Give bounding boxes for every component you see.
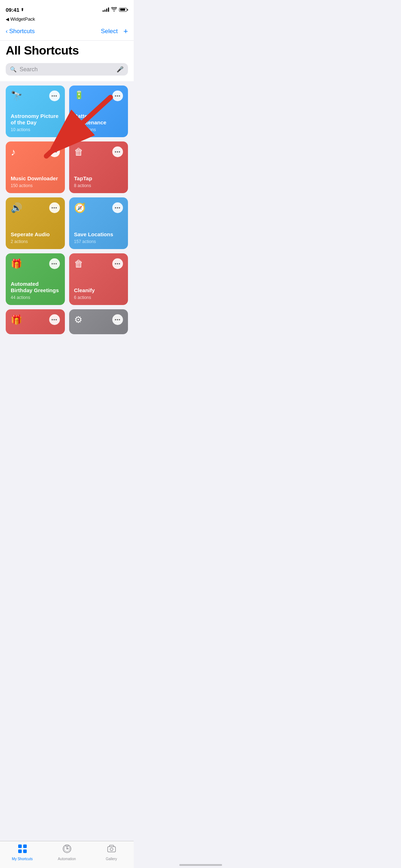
more-dots-icon: •••	[115, 93, 121, 99]
shortcut-card-icon: 🔊	[11, 202, 22, 213]
time-display: 09:41	[6, 7, 19, 13]
shortcut-name: Save Locations	[74, 231, 123, 238]
shortcut-actions-count: 157 actions	[74, 239, 123, 244]
shortcut-actions-count: 150 actions	[11, 183, 60, 188]
card-top: 🗑 •••	[74, 146, 123, 157]
shortcut-name: Astronomy Picture of the Day	[11, 113, 60, 126]
card-bottom: Seperate Audio 2 actions	[11, 231, 60, 244]
search-bar[interactable]: 🔍 Search 🎤	[6, 63, 128, 76]
more-options-button[interactable]: •••	[49, 146, 60, 157]
shortcut-card-icon: 🗑	[74, 146, 83, 157]
more-options-button[interactable]: •••	[112, 314, 123, 325]
more-dots-icon: •••	[51, 261, 57, 267]
card-bottom: Astronomy Picture of the Day 10 actions	[11, 113, 60, 132]
shortcut-card-cleanify[interactable]: 🗑 ••• Cleanify 6 actions	[69, 253, 128, 305]
microphone-icon[interactable]: 🎤	[117, 66, 124, 73]
card-bottom: TapTap 8 actions	[74, 175, 123, 188]
card-top: 🧭 •••	[74, 202, 123, 213]
shortcuts-grid: 🔭 ••• Astronomy Picture of the Day 10 ac…	[0, 81, 134, 339]
signal-bars-icon	[103, 7, 109, 12]
search-input[interactable]: Search	[20, 66, 114, 73]
shortcut-actions-count: 555 actions	[74, 127, 123, 132]
shortcut-card-icon: 🔋	[74, 91, 84, 100]
back-chevron-icon: ‹	[6, 28, 8, 35]
shortcut-card-icon: 🎁	[11, 314, 22, 325]
back-button[interactable]: ‹ Shortcuts	[6, 28, 35, 35]
shortcut-card-icon: 🗑	[74, 258, 83, 269]
shortcut-card-music[interactable]: ♪ ••• Music Downloader 150 actions	[6, 141, 65, 193]
shortcut-card-icon: 🔭	[11, 91, 22, 102]
more-dots-icon: •••	[115, 317, 121, 322]
wifi-icon	[111, 7, 117, 12]
more-dots-icon: •••	[51, 205, 57, 211]
carrier-name: WidgetPack	[10, 16, 35, 22]
page-title: All Shortcuts	[6, 43, 128, 57]
search-container: 🔍 Search 🎤	[0, 62, 134, 81]
back-carrier-chevron: ◀	[6, 17, 9, 22]
shortcut-name: TapTap	[74, 175, 123, 182]
shortcut-actions-count: 6 actions	[74, 295, 123, 300]
shortcut-card-icon: ⚙	[74, 314, 82, 325]
shortcut-name: Music Downloader	[11, 175, 60, 182]
more-dots-icon: •••	[115, 149, 121, 155]
card-top: ♪ •••	[11, 146, 60, 158]
battery-icon	[119, 8, 128, 12]
card-bottom: Save Locations 157 actions	[74, 231, 123, 244]
shortcut-card-locations[interactable]: 🧭 ••• Save Locations 157 actions	[69, 197, 128, 249]
shortcut-actions-count: 10 actions	[11, 127, 60, 132]
more-dots-icon: •••	[51, 149, 57, 155]
more-options-button[interactable]: •••	[49, 91, 60, 101]
card-top: ⚙ •••	[74, 314, 123, 325]
card-bottom: Music Downloader 150 actions	[11, 175, 60, 188]
shortcut-name: Seperate Audio	[11, 231, 60, 238]
status-bar: 09:41 ⬆	[0, 0, 134, 16]
shortcut-card-battery[interactable]: 🔋 ••• Battery Maintenance 555 actions	[69, 86, 128, 137]
shortcut-card-icon: 🎁	[11, 258, 22, 269]
shortcut-name: Battery Maintenance	[74, 113, 123, 126]
shortcut-name: Automated Birthday Greetings	[11, 281, 60, 294]
shortcut-card-audio[interactable]: 🔊 ••• Seperate Audio 2 actions	[6, 197, 65, 249]
shortcut-actions-count: 2 actions	[11, 239, 60, 244]
more-options-button[interactable]: •••	[112, 202, 123, 213]
card-top: 🗑 •••	[74, 258, 123, 269]
add-shortcut-button[interactable]: +	[123, 27, 128, 36]
card-top: 🎁 •••	[11, 258, 60, 269]
shortcut-actions-count: 8 actions	[74, 183, 123, 188]
shortcut-name: Cleanify	[74, 287, 123, 294]
more-dots-icon: •••	[51, 317, 57, 322]
more-dots-icon: •••	[51, 93, 57, 99]
more-options-button[interactable]: •••	[49, 314, 60, 325]
card-top: 🔋 •••	[74, 91, 123, 101]
card-top: 🎁 •••	[11, 314, 60, 325]
shortcut-card-taptap[interactable]: 🗑 ••• TapTap 8 actions	[69, 141, 128, 193]
shortcut-card-astronomy[interactable]: 🔭 ••• Astronomy Picture of the Day 10 ac…	[6, 86, 65, 137]
more-dots-icon: •••	[115, 205, 121, 211]
navigation-bar: ‹ Shortcuts Select +	[0, 24, 134, 41]
back-label: Shortcuts	[9, 28, 35, 35]
more-options-button[interactable]: •••	[49, 258, 60, 269]
more-dots-icon: •••	[115, 261, 121, 267]
shortcut-actions-count: 44 actions	[11, 295, 60, 300]
carrier-bar: ◀ WidgetPack	[0, 16, 134, 24]
shortcut-card-partial-1[interactable]: 🎁 •••	[6, 309, 65, 334]
card-bottom: Battery Maintenance 555 actions	[74, 113, 123, 132]
shortcuts-section: 🔭 ••• Astronomy Picture of the Day 10 ac…	[0, 81, 134, 339]
card-top: 🔊 •••	[11, 202, 60, 213]
shortcut-card-birthday[interactable]: 🎁 ••• Automated Birthday Greetings 44 ac…	[6, 253, 65, 305]
card-top: 🔭 •••	[11, 91, 60, 102]
select-button[interactable]: Select	[101, 28, 118, 35]
card-bottom: Automated Birthday Greetings 44 actions	[11, 281, 60, 300]
card-bottom: Cleanify 6 actions	[74, 287, 123, 300]
location-arrow-icon: ⬆	[21, 7, 24, 12]
more-options-button[interactable]: •••	[112, 258, 123, 269]
more-options-button[interactable]: •••	[112, 146, 123, 157]
status-icons	[103, 7, 128, 12]
shortcut-card-partial-2[interactable]: ⚙ •••	[69, 309, 128, 334]
more-options-button[interactable]: •••	[112, 91, 123, 101]
status-time: 09:41 ⬆	[6, 7, 24, 13]
page-header: All Shortcuts	[0, 41, 134, 62]
more-options-button[interactable]: •••	[49, 202, 60, 213]
shortcut-card-icon: 🧭	[74, 202, 86, 213]
search-icon: 🔍	[10, 66, 17, 73]
nav-actions: Select +	[101, 27, 128, 36]
